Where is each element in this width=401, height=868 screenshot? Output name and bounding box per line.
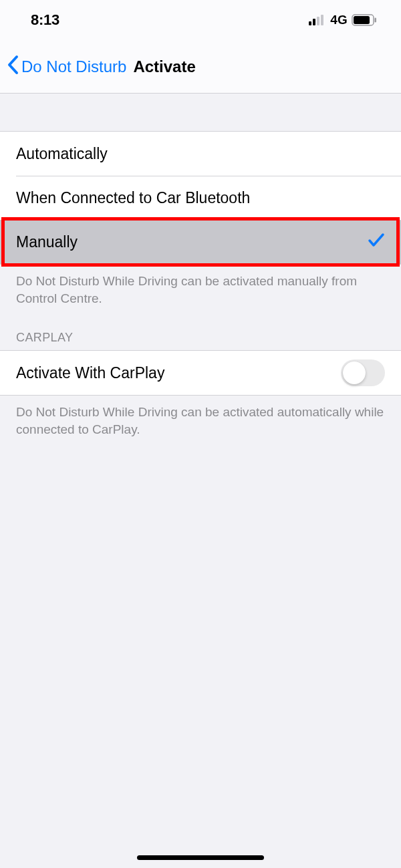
svg-rect-3 (321, 15, 323, 25)
option-label: When Connected to Car Bluetooth (16, 189, 385, 207)
activation-footer-note: Do Not Disturb While Driving can be acti… (0, 265, 401, 307)
status-indicators: 4G (309, 13, 377, 27)
carplay-footer-note: Do Not Disturb While Driving can be acti… (0, 396, 401, 438)
page-title: Activate (133, 57, 195, 76)
svg-rect-0 (309, 21, 311, 25)
cellular-signal-icon (309, 15, 325, 25)
svg-rect-2 (317, 17, 319, 25)
svg-rect-5 (354, 16, 370, 24)
option-label: Manually (16, 233, 368, 251)
network-label: 4G (330, 13, 348, 27)
status-bar: 8:13 4G (0, 0, 401, 40)
status-time: 8:13 (31, 11, 59, 29)
option-manually[interactable]: Manually (0, 220, 401, 264)
option-label: Automatically (16, 145, 385, 163)
svg-rect-6 (375, 18, 377, 23)
back-label: Do Not Disturb (21, 57, 126, 76)
checkmark-icon (368, 232, 385, 252)
chevron-left-icon (7, 55, 19, 79)
carplay-toggle[interactable] (341, 359, 385, 386)
navigation-bar: Do Not Disturb Activate (0, 40, 401, 94)
svg-rect-1 (313, 19, 315, 25)
option-car-bluetooth[interactable]: When Connected to Car Bluetooth (0, 176, 401, 220)
toggle-knob (343, 361, 366, 384)
carplay-toggle-label: Activate With CarPlay (16, 364, 341, 382)
battery-icon (352, 14, 377, 26)
section-header-carplay: CARPLAY (0, 307, 401, 350)
back-button[interactable]: Do Not Disturb (7, 55, 126, 79)
home-indicator (137, 855, 264, 860)
option-automatically[interactable]: Automatically (0, 132, 401, 176)
activation-options-group: Automatically When Connected to Car Blue… (0, 131, 401, 265)
carplay-toggle-row[interactable]: Activate With CarPlay (0, 351, 401, 395)
carplay-group: Activate With CarPlay (0, 350, 401, 396)
